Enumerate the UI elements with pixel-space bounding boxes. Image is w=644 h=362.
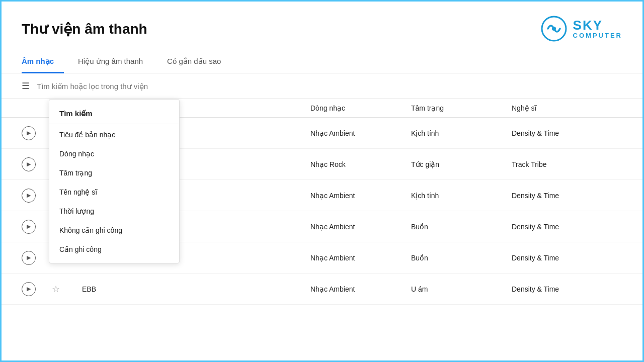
logo-computer: COMPUTER [573,32,622,39]
play-button[interactable]: ▶ [22,220,36,234]
search-bar: ☰ [2,73,642,99]
dropdown-title[interactable]: Tìm kiếm [49,104,179,124]
col-mood-header: Tâm trạng [411,104,512,112]
svg-point-1 [552,27,556,31]
artist-cell: Density & Time [512,129,622,137]
genre-cell: Nhạc Ambient [310,129,411,137]
dropdown-item-artist[interactable]: Tên nghệ sĩ [49,183,179,202]
artist-cell: Track Tribe [512,160,622,168]
star-icon[interactable]: ☆ [52,284,60,294]
tab-music[interactable]: Âm nhạc [22,52,64,73]
tab-starred[interactable]: Có gắn dấu sao [167,52,231,73]
tab-sfx[interactable]: Hiệu ứng âm thanh [78,52,153,73]
filter-dropdown: Tìm kiếm Tiêu đề bản nhạc Dòng nhạc Tâm … [49,99,180,263]
logo: SKY COMPUTER [541,16,622,42]
mood-cell: Tức giận [411,160,512,168]
mood-cell: Kịch tính [411,129,512,137]
dropdown-item-track-title[interactable]: Tiêu đề bản nhạc [49,125,179,144]
mood-cell: Buồn [411,254,512,262]
logo-text: SKY COMPUTER [573,18,622,40]
logo-sky: SKY [573,18,622,33]
genre-cell: Nhạc Ambient [310,192,411,200]
col-play [22,104,52,112]
logo-icon [541,16,567,42]
dropdown-item-duration[interactable]: Thời lượng [49,202,179,221]
play-button[interactable]: ▶ [22,189,36,203]
play-button[interactable]: ▶ [22,251,36,265]
genre-cell: Nhạc Ambient [310,223,411,231]
col-artist-header: Nghệ sĩ [512,104,622,112]
content-area: Dòng nhạc Tâm trạng Nghệ sĩ ▶ Nhạc Ambie… [2,99,642,305]
dropdown-item-mood[interactable]: Tâm trạng [49,163,179,183]
dropdown-item-no-credit[interactable]: Không cần ghi công [49,221,179,240]
mood-cell: U ám [411,285,512,293]
artist-cell: Density & Time [512,192,622,200]
header: Thư viện âm thanh SKY COMPUTER [2,2,642,52]
table-row-ebb: ▶ ☆ EBB Nhạc Ambient U ám Density & Time [2,274,642,305]
search-input[interactable] [37,82,622,90]
page-title: Thư viện âm thanh [22,21,147,37]
genre-cell: Nhạc Rock [310,160,411,168]
artist-cell: Density & Time [512,285,622,293]
mood-cell: Kịch tính [411,192,512,200]
track-title-cell: EBB [82,285,310,293]
col-genre-header: Dòng nhạc [310,104,411,112]
tabs-bar: Âm nhạc Hiệu ứng âm thanh Có gắn dấu sao [2,52,642,73]
artist-cell: Density & Time [512,223,622,231]
artist-cell: Density & Time [512,254,622,262]
dropdown-item-genre[interactable]: Dòng nhạc [49,144,179,163]
dropdown-item-credit[interactable]: Cần ghi công [49,240,179,259]
play-button[interactable]: ▶ [22,282,36,296]
play-button[interactable]: ▶ [22,157,36,171]
app-container: Thư viện âm thanh SKY COMPUTER Âm nhạc H… [2,2,642,305]
genre-cell: Nhạc Ambient [310,285,411,293]
play-button[interactable]: ▶ [22,126,36,140]
mood-cell: Buồn [411,223,512,231]
filter-icon[interactable]: ☰ [22,80,30,92]
genre-cell: Nhạc Ambient [310,254,411,262]
